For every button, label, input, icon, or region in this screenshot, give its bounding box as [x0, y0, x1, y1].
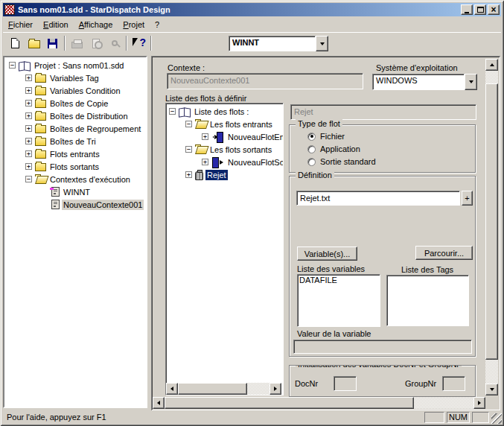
- tags-listbox[interactable]: [386, 275, 469, 326]
- tree-item-nouveaucontexte001[interactable]: NouveauContexte001: [4, 198, 146, 211]
- tree-item-flots-entrants[interactable]: Flots entrants: [4, 147, 146, 160]
- os-combobox[interactable]: WINDOWS: [372, 74, 477, 90]
- app-icon[interactable]: [4, 4, 15, 15]
- tree-item-nouveauflotsortant[interactable]: NouveauFlotSo: [166, 156, 283, 168]
- minimize-button[interactable]: [461, 4, 473, 15]
- list-item[interactable]: DATAFILE: [299, 276, 378, 284]
- open-file-button[interactable]: [25, 34, 43, 52]
- form-vscrollbar[interactable]: [485, 59, 498, 395]
- tree-item-boites-tri[interactable]: Boîtes de Tri: [4, 135, 146, 147]
- tree-item-label[interactable]: WINNT: [62, 187, 92, 197]
- flow-tree-hscrollbar[interactable]: [166, 383, 281, 395]
- tree-item-label[interactable]: Contextes d'exécution: [48, 174, 132, 185]
- context-help-button[interactable]: [130, 34, 148, 52]
- radio-fichier[interactable]: Fichier: [307, 132, 345, 141]
- tree-item-flots-entrants-group[interactable]: Les flots entrants: [166, 118, 283, 130]
- expand-icon[interactable]: [25, 150, 32, 157]
- tree-item-label[interactable]: Flots entrants: [48, 149, 101, 159]
- tree-item-winnt[interactable]: WINNT: [4, 185, 146, 198]
- radio-application[interactable]: Application: [307, 144, 360, 153]
- tree-item-label[interactable]: Boîtes de Copie: [48, 98, 109, 109]
- scroll-right-icon[interactable]: [473, 397, 485, 409]
- expand-icon[interactable]: [25, 163, 32, 170]
- tree-item-label[interactable]: Boîtes de Regroupement: [48, 124, 142, 134]
- tree-item-label[interactable]: NouveauFlotEn: [226, 132, 284, 142]
- expand-icon[interactable]: [25, 138, 32, 144]
- resize-grip[interactable]: [491, 413, 502, 424]
- expand-icon[interactable]: [25, 74, 32, 81]
- collapse-icon[interactable]: [25, 176, 32, 182]
- expand-icon[interactable]: [25, 87, 32, 94]
- flow-tree[interactable]: Liste des flots : Les flots entrants Nou…: [165, 103, 284, 395]
- tree-item-contextes-execution[interactable]: Contextes d'exécution: [4, 173, 146, 185]
- tree-item-label[interactable]: Les flots sortants: [208, 144, 273, 155]
- menu-edition[interactable]: Edition: [38, 19, 74, 31]
- scrollbar-thumb[interactable]: [485, 83, 498, 360]
- radio-label[interactable]: Fichier: [320, 132, 345, 141]
- expand-icon[interactable]: [185, 171, 192, 178]
- radio-unselected-icon[interactable]: [307, 158, 316, 166]
- tree-item-label[interactable]: NouveauFlotSo: [226, 157, 284, 168]
- scrollbar-thumb[interactable]: [165, 397, 414, 409]
- maximize-button[interactable]: [474, 4, 486, 15]
- tree-item-boites-copie[interactable]: Boîtes de Copie: [4, 97, 146, 109]
- browse-button[interactable]: Parcourir...: [415, 246, 473, 260]
- tree-item-flots-sortants-group[interactable]: Les flots sortants: [166, 143, 283, 156]
- tree-item-label[interactable]: Flots sortants: [48, 162, 101, 172]
- expand-icon[interactable]: [202, 133, 208, 140]
- project-tree-panel[interactable]: Projet : Sans nom01.sdd Variables Tag Va…: [3, 56, 147, 408]
- tree-item-label[interactable]: Rejet: [205, 170, 228, 180]
- tree-item-variables-tag[interactable]: Variables Tag: [4, 71, 146, 84]
- tree-item-variables-condition[interactable]: Variables Condition: [4, 84, 146, 97]
- menu-affichage[interactable]: Affichage: [74, 19, 118, 31]
- scroll-up-icon[interactable]: [485, 59, 498, 71]
- form-hscrollbar[interactable]: [153, 397, 485, 409]
- chevron-down-icon[interactable]: [316, 36, 328, 51]
- collapse-icon[interactable]: [185, 121, 192, 127]
- radio-unselected-icon[interactable]: [307, 145, 316, 153]
- menu-help[interactable]: ?: [150, 19, 165, 31]
- collapse-icon[interactable]: [169, 108, 176, 115]
- menu-projet[interactable]: Projet: [118, 19, 150, 31]
- context-selector-combobox[interactable]: WINNT: [229, 36, 328, 51]
- tree-item-label[interactable]: NouveauContexte001: [62, 200, 144, 210]
- tree-item-boites-distribution[interactable]: Boîtes de Distribution: [4, 109, 146, 122]
- file-definition-field[interactable]: Rejet.txt: [296, 191, 460, 206]
- new-file-button[interactable]: [6, 34, 25, 52]
- variables-button[interactable]: Variable(s)...: [297, 247, 357, 261]
- scroll-down-icon[interactable]: [485, 384, 498, 395]
- expand-icon[interactable]: [202, 159, 208, 165]
- collapse-icon[interactable]: [185, 146, 192, 153]
- menu-fichier[interactable]: Fichier: [3, 19, 38, 31]
- tree-item-rejet[interactable]: Rejet: [166, 168, 283, 181]
- radio-sortie-standard[interactable]: Sortie standard: [307, 157, 376, 166]
- os-combobox-value[interactable]: WINDOWS: [372, 74, 465, 90]
- expand-icon[interactable]: [25, 112, 32, 119]
- close-button[interactable]: ×: [488, 4, 500, 15]
- scrollbar-thumb[interactable]: [178, 383, 247, 395]
- scroll-right-icon[interactable]: [269, 383, 281, 395]
- tree-item-liste-des-flots[interactable]: Liste des flots :: [166, 105, 283, 118]
- tree-item-label[interactable]: Boîtes de Distribution: [48, 111, 130, 121]
- expand-icon[interactable]: [25, 100, 32, 106]
- context-selector-value[interactable]: WINNT: [229, 36, 316, 51]
- tree-item-projet[interactable]: Projet : Sans nom01.sdd: [4, 59, 146, 71]
- radio-selected-icon[interactable]: [307, 133, 316, 141]
- radio-label[interactable]: Application: [320, 144, 360, 153]
- chevron-down-icon[interactable]: [465, 74, 477, 90]
- tree-item-label[interactable]: Variables Tag: [48, 73, 101, 83]
- tree-item-label[interactable]: Variables Condition: [48, 86, 122, 96]
- expand-icon[interactable]: [25, 125, 32, 132]
- tree-item-nouveauflotentrant[interactable]: NouveauFlotEn: [166, 130, 283, 143]
- tree-item-label[interactable]: Liste des flots :: [193, 106, 250, 117]
- tree-item-boites-regroupement[interactable]: Boîtes de Regroupement: [4, 122, 146, 135]
- variables-listbox[interactable]: DATAFILE: [297, 274, 380, 327]
- tree-item-label[interactable]: Boîtes de Tri: [48, 136, 98, 147]
- radio-label[interactable]: Sortie standard: [320, 157, 376, 166]
- scroll-left-icon[interactable]: [153, 397, 165, 409]
- scroll-left-icon[interactable]: [166, 383, 178, 395]
- add-button[interactable]: +: [462, 191, 473, 206]
- collapse-icon[interactable]: [9, 62, 16, 69]
- tree-item-label[interactable]: Projet : Sans nom01.sdd: [33, 60, 125, 71]
- save-button[interactable]: [43, 34, 62, 52]
